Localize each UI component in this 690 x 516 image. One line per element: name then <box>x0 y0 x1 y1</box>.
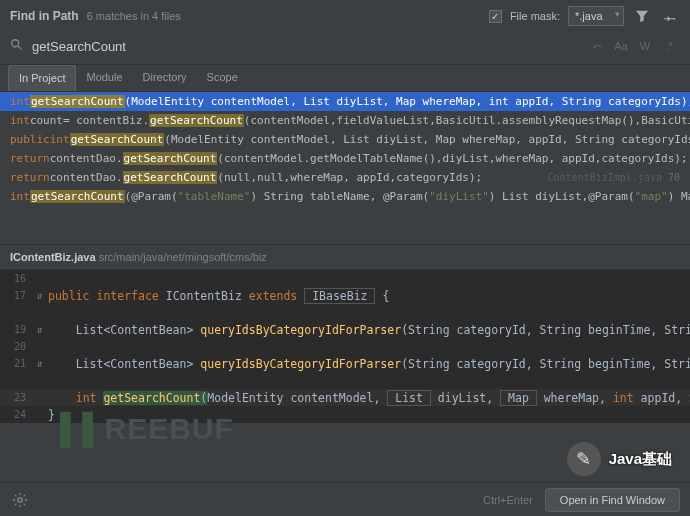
editor-line: 23 int getSearchCount(ModelEntity conten… <box>0 389 690 406</box>
search-input[interactable] <box>32 39 578 54</box>
editor-line <box>0 372 690 389</box>
filemask-checkbox[interactable]: ✓ <box>489 10 502 23</box>
filemask-label: File mask: <box>510 10 560 22</box>
tab-directory[interactable]: Directory <box>133 65 197 91</box>
editor-line: 17⇵public interface IContentBiz extends … <box>0 287 690 304</box>
results-list: int getSearchCount(ModelEntity contentMo… <box>0 92 690 206</box>
preview-editor[interactable]: 1617⇵public interface IContentBiz extend… <box>0 270 690 423</box>
tab-scope[interactable]: Scope <box>197 65 248 91</box>
tab-in-project[interactable]: In Project <box>8 65 76 91</box>
result-row[interactable]: public int getSearchCount(ModelEntity co… <box>0 130 690 149</box>
match-case-toggle[interactable]: Aa <box>610 36 632 56</box>
editor-line: 24} <box>0 406 690 423</box>
result-row[interactable]: return contentDao.getSearchCount(null,nu… <box>0 168 690 187</box>
dialog-title: Find in Path <box>10 9 79 23</box>
filter-icon[interactable] <box>632 6 652 26</box>
result-row[interactable]: int getSearchCount(ModelEntity contentMo… <box>0 92 690 111</box>
preview-header: IContentBiz.java src/main/java/net/mings… <box>0 244 690 270</box>
svg-point-0 <box>12 40 19 47</box>
editor-line: 21⇵ List<ContentBean> queryIdsByCategory… <box>0 355 690 372</box>
settings-icon[interactable] <box>10 490 30 510</box>
result-row[interactable]: int getSearchCount(@Param("tableName") S… <box>0 187 690 206</box>
editor-line <box>0 304 690 321</box>
svg-point-2 <box>18 497 22 501</box>
shortcut-hint: Ctrl+Enter <box>483 494 533 506</box>
scope-tabs: In ProjectModuleDirectoryScope <box>0 65 690 92</box>
tab-module[interactable]: Module <box>76 65 132 91</box>
filemask-input[interactable] <box>568 6 624 26</box>
regex-toggle[interactable]: .* <box>658 36 680 56</box>
editor-line: 20 <box>0 338 690 355</box>
pin-icon[interactable] <box>660 6 680 26</box>
editor-line: 19⇵ List<ContentBean> queryIdsByCategory… <box>0 321 690 338</box>
result-row[interactable]: return contentDao.getSearchCount(content… <box>0 149 690 168</box>
open-find-window-button[interactable]: Open in Find Window <box>545 488 680 512</box>
watermark-badge: ✎ Java基础 <box>567 442 672 476</box>
match-count: 6 matches in 4 files <box>87 10 181 22</box>
editor-line: 16 <box>0 270 690 287</box>
preserve-case-toggle[interactable]: ⤺ <box>586 36 608 56</box>
words-toggle[interactable]: W <box>634 36 656 56</box>
search-icon <box>10 38 24 54</box>
result-row[interactable]: int count= contentBiz.getSearchCount(con… <box>0 111 690 130</box>
svg-line-1 <box>18 46 22 50</box>
